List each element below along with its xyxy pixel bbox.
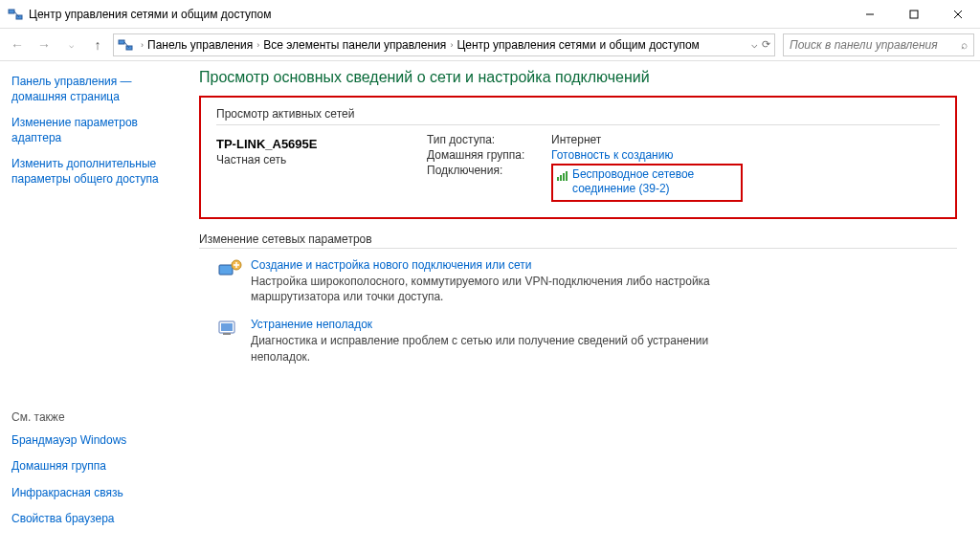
breadcrumb[interactable]: Все элементы панели управления xyxy=(263,38,446,52)
wifi-signal-icon xyxy=(557,169,568,184)
new-connection-desc: Настройка широкополосного, коммутируемог… xyxy=(251,274,748,304)
svg-rect-14 xyxy=(219,265,233,275)
navigation-bar: ← → ⌵ ↑ › Панель управления › Все элемен… xyxy=(0,29,980,61)
refresh-button[interactable]: ⟳ xyxy=(762,38,770,51)
see-also-link-firewall[interactable]: Брандмауэр Windows xyxy=(11,433,180,449)
svg-rect-11 xyxy=(560,175,562,181)
chevron-right-icon[interactable]: › xyxy=(256,40,259,50)
up-button[interactable]: ↑ xyxy=(86,33,109,56)
close-button[interactable] xyxy=(936,0,980,29)
sidebar-link-home[interactable]: Панель управления — домашняя страница xyxy=(11,75,180,104)
connections-label: Подключения: xyxy=(427,164,551,177)
troubleshoot-desc: Диагностика и исправление проблем с сеть… xyxy=(251,333,748,364)
search-icon: ⌕ xyxy=(961,38,968,52)
troubleshoot-link[interactable]: Устранение неполадок xyxy=(251,318,748,331)
change-settings-title: Изменение сетевых параметров xyxy=(199,232,957,246)
svg-rect-0 xyxy=(9,10,14,13)
see-also-link-browser-props[interactable]: Свойства браузера xyxy=(11,512,180,527)
svg-rect-20 xyxy=(223,333,231,335)
homegroup-link[interactable]: Готовность к созданию xyxy=(551,148,673,162)
chevron-right-icon[interactable]: › xyxy=(450,40,453,50)
network-center-icon xyxy=(118,37,133,53)
address-dropdown-button[interactable]: ⌵ xyxy=(751,38,758,51)
page-heading: Просмотр основных сведений о сети и наст… xyxy=(199,69,957,86)
main-content: Просмотр основных сведений о сети и наст… xyxy=(191,61,980,552)
new-connection-link[interactable]: Создание и настройка нового подключения … xyxy=(251,258,748,272)
homegroup-label: Домашняя группа: xyxy=(427,148,551,162)
address-bar[interactable]: › Панель управления › Все элементы панел… xyxy=(113,33,775,56)
active-networks-highlight: Просмотр активных сетей TP-LINK_A5695E Ч… xyxy=(199,96,957,219)
network-type: Частная сеть xyxy=(216,153,427,166)
back-button[interactable]: ← xyxy=(6,33,29,56)
network-name: TP-LINK_A5695E xyxy=(216,137,427,151)
connection-highlight: Беспроводное сетевое соединение (39-2) xyxy=(551,164,743,202)
see-also-link-infrared[interactable]: Инфракрасная связь xyxy=(11,486,180,501)
svg-rect-13 xyxy=(566,171,568,181)
access-type-value: Интернет xyxy=(551,133,601,146)
titlebar: Центр управления сетями и общим доступом xyxy=(0,0,980,29)
forward-button[interactable]: → xyxy=(33,33,56,56)
svg-rect-7 xyxy=(119,40,124,44)
option-new-connection: Создание и настройка нового подключения … xyxy=(216,258,957,304)
minimize-button[interactable] xyxy=(848,0,892,29)
svg-rect-4 xyxy=(910,11,918,18)
search-box[interactable]: ⌕ xyxy=(783,33,974,56)
active-networks-title: Просмотр активных сетей xyxy=(216,107,940,121)
sidebar: Панель управления — домашняя страница Из… xyxy=(0,61,191,552)
access-type-label: Тип доступа: xyxy=(427,133,551,146)
see-also-heading: См. также xyxy=(11,410,180,424)
svg-rect-10 xyxy=(557,177,559,181)
option-troubleshoot: Устранение неполадок Диагностика и испра… xyxy=(216,318,957,364)
search-input[interactable] xyxy=(790,38,961,52)
connection-link[interactable]: Беспроводное сетевое соединение (39-2) xyxy=(572,167,735,196)
window-controls xyxy=(848,0,980,29)
window-title: Центр управления сетями и общим доступом xyxy=(29,8,848,21)
sidebar-link-adapter-settings[interactable]: Изменение параметров адаптера xyxy=(11,116,180,145)
network-center-icon xyxy=(8,7,23,22)
maximize-button[interactable] xyxy=(892,0,936,29)
chevron-right-icon[interactable]: › xyxy=(141,40,144,50)
sidebar-link-advanced-sharing[interactable]: Изменить дополнительные параметры общего… xyxy=(11,157,180,187)
history-dropdown[interactable]: ⌵ xyxy=(59,33,82,56)
see-also-link-homegroup[interactable]: Домашняя группа xyxy=(11,459,180,475)
breadcrumb[interactable]: Центр управления сетями и общим доступом xyxy=(457,38,700,52)
svg-rect-19 xyxy=(221,323,233,331)
svg-rect-12 xyxy=(563,173,565,181)
new-connection-icon xyxy=(216,258,243,279)
breadcrumb[interactable]: Панель управления xyxy=(147,38,253,52)
troubleshoot-icon xyxy=(216,318,243,339)
